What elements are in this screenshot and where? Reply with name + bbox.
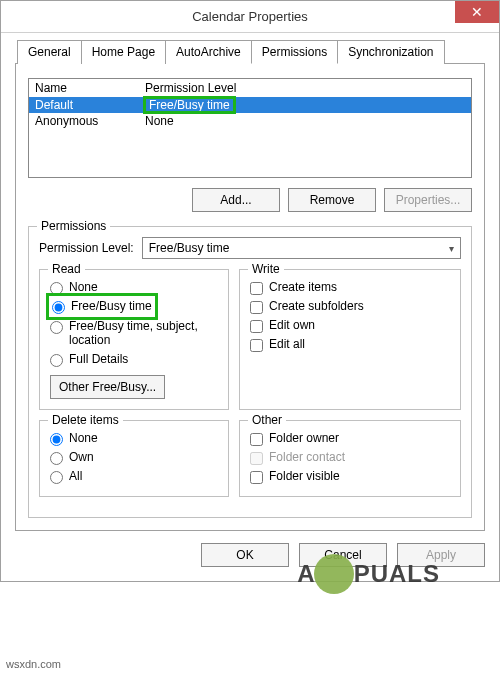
watermark-url: wsxdn.com: [6, 658, 61, 670]
other-folder-visible-check[interactable]: Folder visible: [250, 467, 450, 486]
read-full-details-radio[interactable]: Full Details: [50, 350, 218, 369]
other-folder-contact-check: Folder contact: [250, 448, 450, 467]
delete-legend: Delete items: [48, 413, 123, 427]
other-freebusy-button[interactable]: Other Free/Busy...: [50, 375, 165, 399]
permission-level-label: Permission Level:: [39, 241, 134, 255]
titlebar: Calendar Properties ✕: [1, 1, 499, 33]
delete-all-radio[interactable]: All: [50, 467, 218, 486]
permissions-legend: Permissions: [37, 219, 110, 233]
radio-icon[interactable]: [50, 433, 63, 446]
tab-body-permissions: Name Permission Level Default Free/Busy …: [15, 64, 485, 531]
dialog-buttons: OK Cancel Apply: [15, 543, 485, 567]
radio-icon[interactable]: [50, 471, 63, 484]
checkbox-icon[interactable]: [250, 282, 263, 295]
read-freebusy-radio[interactable]: Free/Busy time: [52, 297, 152, 316]
add-button[interactable]: Add...: [192, 188, 280, 212]
list-buttons-row: Add... Remove Properties...: [28, 188, 472, 212]
cancel-button[interactable]: Cancel: [299, 543, 387, 567]
list-row-anonymous[interactable]: Anonymous None: [29, 113, 471, 129]
cell-name: Default: [35, 98, 145, 112]
window-title: Calendar Properties: [192, 9, 308, 24]
delete-own-radio[interactable]: Own: [50, 448, 218, 467]
close-icon: ✕: [471, 4, 483, 20]
checkbox-icon[interactable]: [250, 339, 263, 352]
permission-level-dropdown[interactable]: Free/Busy time ▾: [142, 237, 461, 259]
tab-autoarchive[interactable]: AutoArchive: [165, 40, 252, 64]
radio-icon[interactable]: [50, 282, 63, 295]
delete-none-radio[interactable]: None: [50, 429, 218, 448]
permissions-fieldset: Permissions Permission Level: Free/Busy …: [28, 226, 472, 518]
radio-icon[interactable]: [52, 301, 65, 314]
tab-home-page[interactable]: Home Page: [81, 40, 166, 64]
tab-general[interactable]: General: [17, 40, 82, 64]
properties-button: Properties...: [384, 188, 472, 212]
cell-level: Free/Busy time: [145, 98, 234, 112]
cell-level: None: [145, 114, 465, 128]
other-legend: Other: [248, 413, 286, 427]
read-none-radio[interactable]: None: [50, 278, 218, 297]
checkbox-icon[interactable]: [250, 320, 263, 333]
checkbox-icon[interactable]: [250, 301, 263, 314]
read-freebusy-subject-radio[interactable]: Free/Busy time, subject, location: [50, 317, 218, 350]
write-edit-all-check[interactable]: Edit all: [250, 335, 450, 354]
cell-name: Anonymous: [35, 114, 145, 128]
write-create-subfolders-check[interactable]: Create subfolders: [250, 297, 450, 316]
write-create-items-check[interactable]: Create items: [250, 278, 450, 297]
delete-group: Delete items None Own All: [39, 420, 229, 497]
tab-permissions[interactable]: Permissions: [251, 40, 338, 64]
write-group: Write Create items Create subfolders Edi…: [239, 269, 461, 410]
checkbox-icon[interactable]: [250, 433, 263, 446]
permissions-listbox[interactable]: Name Permission Level Default Free/Busy …: [28, 78, 472, 178]
read-legend: Read: [48, 262, 85, 276]
apply-button: Apply: [397, 543, 485, 567]
highlight-freebusy: Free/Busy time: [50, 297, 154, 316]
list-row-default[interactable]: Default Free/Busy time: [29, 97, 471, 113]
header-name: Name: [35, 81, 145, 95]
header-level: Permission Level: [145, 81, 465, 95]
tab-strip: General Home Page AutoArchive Permission…: [15, 39, 485, 64]
checkbox-icon: [250, 452, 263, 465]
dialog-content: General Home Page AutoArchive Permission…: [1, 33, 499, 581]
write-legend: Write: [248, 262, 284, 276]
other-group: Other Folder owner Folder contact Folder…: [239, 420, 461, 497]
radio-icon[interactable]: [50, 452, 63, 465]
dropdown-value: Free/Busy time: [149, 241, 230, 255]
read-group: Read None Free/Busy time: [39, 269, 229, 410]
close-button[interactable]: ✕: [455, 1, 499, 23]
remove-button[interactable]: Remove: [288, 188, 376, 212]
dialog-window: Calendar Properties ✕ General Home Page …: [0, 0, 500, 582]
checkbox-icon[interactable]: [250, 471, 263, 484]
tab-synchronization[interactable]: Synchronization: [337, 40, 444, 64]
radio-icon[interactable]: [50, 321, 63, 334]
list-header: Name Permission Level: [29, 79, 471, 97]
chevron-down-icon: ▾: [449, 243, 454, 254]
other-folder-owner-check[interactable]: Folder owner: [250, 429, 450, 448]
permission-level-row: Permission Level: Free/Busy time ▾: [39, 237, 461, 259]
read-write-groups: Read None Free/Busy time: [39, 269, 461, 410]
write-edit-own-check[interactable]: Edit own: [250, 316, 450, 335]
ok-button[interactable]: OK: [201, 543, 289, 567]
delete-other-groups: Delete items None Own All: [39, 420, 461, 497]
radio-icon[interactable]: [50, 354, 63, 367]
